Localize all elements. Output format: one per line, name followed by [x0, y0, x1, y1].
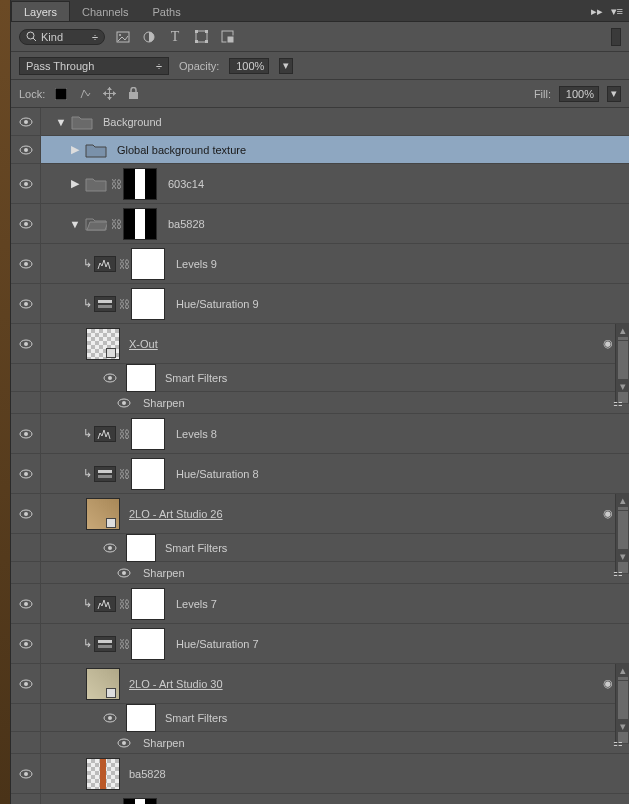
layer-row-levels9[interactable]: ↳ ⛓ Levels 9: [11, 244, 629, 284]
layer-row-levels7[interactable]: ↳ ⛓ Levels 7: [11, 584, 629, 624]
layer-name[interactable]: Levels 8: [176, 428, 217, 440]
layer-name[interactable]: Hue/Saturation 9: [176, 298, 259, 310]
opacity-value[interactable]: 100%: [229, 58, 269, 74]
lock-all-icon[interactable]: [125, 86, 141, 102]
collapse-icon[interactable]: ▸▸: [591, 5, 603, 18]
layer-name[interactable]: ba5828: [129, 768, 166, 780]
filter-adjustment-icon[interactable]: [141, 29, 157, 45]
layer-name[interactable]: ba5828: [168, 218, 205, 230]
layer-row-smartfilters-xout[interactable]: Smart Filters: [11, 364, 629, 392]
link-icon[interactable]: ⛓: [119, 258, 129, 270]
layer-row-global-texture[interactable]: ▶ Global background texture: [11, 136, 629, 164]
layer-row-xout[interactable]: X-Out ◉▴ ▴: [11, 324, 629, 364]
visibility-icon[interactable]: [19, 509, 33, 519]
link-icon[interactable]: ⛓: [111, 218, 121, 230]
filter-mask-thumbnail[interactable]: [126, 704, 156, 732]
filter-mask-thumbnail[interactable]: [126, 364, 156, 392]
filter-shape-icon[interactable]: [193, 29, 209, 45]
visibility-icon[interactable]: [117, 568, 131, 578]
layer-mask[interactable]: [131, 588, 165, 620]
layer-mask[interactable]: [131, 248, 165, 280]
disclosure-triangle[interactable]: ▶: [69, 177, 81, 190]
layer-row-ba5828-group[interactable]: ▼ ⛓ ba5828: [11, 204, 629, 244]
filter-name[interactable]: Sharpen: [143, 567, 185, 579]
lock-pixels-icon[interactable]: [77, 86, 93, 102]
layer-thumbnail[interactable]: [86, 498, 120, 530]
visibility-icon[interactable]: [19, 679, 33, 689]
layer-name[interactable]: Hue/Saturation 7: [176, 638, 259, 650]
tab-layers[interactable]: Layers: [11, 1, 70, 21]
link-icon[interactable]: ⛓: [111, 178, 121, 190]
layer-mask[interactable]: [131, 458, 165, 490]
layer-row-c57f2b[interactable]: ▶ ⛓ c57f2b: [11, 794, 629, 804]
visibility-icon[interactable]: [19, 469, 33, 479]
fx-visibility-icon[interactable]: ◉: [603, 337, 613, 350]
layer-name[interactable]: 2LO - Art Studio 26: [129, 508, 223, 520]
layer-name[interactable]: X-Out: [129, 338, 158, 350]
tab-channels[interactable]: Channels: [70, 2, 140, 21]
visibility-icon[interactable]: [19, 599, 33, 609]
link-icon[interactable]: ⛓: [119, 598, 129, 610]
layer-name[interactable]: Global background texture: [117, 144, 246, 156]
link-icon[interactable]: ⛓: [119, 428, 129, 440]
visibility-icon[interactable]: [19, 639, 33, 649]
layer-name[interactable]: Background: [103, 116, 162, 128]
layer-name[interactable]: Levels 7: [176, 598, 217, 610]
link-icon[interactable]: ⛓: [119, 298, 129, 310]
tab-paths[interactable]: Paths: [141, 2, 193, 21]
visibility-icon[interactable]: [19, 429, 33, 439]
visibility-icon[interactable]: [19, 117, 33, 127]
layer-thumbnail[interactable]: [86, 758, 120, 790]
layer-row-hs7[interactable]: ↳ ⛓ Hue/Saturation 7: [11, 624, 629, 664]
disclosure-triangle[interactable]: ▼: [55, 116, 67, 128]
visibility-icon[interactable]: [19, 219, 33, 229]
fx-visibility-icon[interactable]: ◉: [603, 507, 613, 520]
lock-position-icon[interactable]: [101, 86, 117, 102]
fill-value[interactable]: 100%: [559, 86, 599, 102]
layer-thumbnail[interactable]: [86, 328, 120, 360]
filter-name[interactable]: Sharpen: [143, 397, 185, 409]
layer-row-hs9[interactable]: ↳ ⛓ Hue/Saturation 9: [11, 284, 629, 324]
layer-mask[interactable]: [131, 418, 165, 450]
layer-row-sharpen-xout[interactable]: Sharpen ⚏ ▾: [11, 392, 629, 414]
filter-blend-options-icon[interactable]: ⚏: [613, 396, 623, 409]
link-icon[interactable]: ⛓: [119, 468, 129, 480]
layer-name[interactable]: 603c14: [168, 178, 204, 190]
layer-row-art30[interactable]: 2LO - Art Studio 30 ◉▴ ▴: [11, 664, 629, 704]
filter-name[interactable]: Sharpen: [143, 737, 185, 749]
visibility-icon[interactable]: [19, 339, 33, 349]
layer-mask[interactable]: [123, 208, 157, 240]
disclosure-triangle[interactable]: ▼: [69, 218, 81, 230]
layer-thumbnail[interactable]: [86, 668, 120, 700]
layer-row-levels8[interactable]: ↳ ⛓ Levels 8: [11, 414, 629, 454]
layers-list[interactable]: ▼ Background ▶ Global background texture…: [11, 108, 629, 804]
opacity-slider-btn[interactable]: ▾: [279, 58, 293, 74]
layer-name[interactable]: Levels 9: [176, 258, 217, 270]
fx-visibility-icon[interactable]: ◉: [603, 677, 613, 690]
blend-mode-select[interactable]: Pass Through÷: [19, 57, 169, 75]
visibility-icon[interactable]: [117, 398, 131, 408]
layer-row-background-group[interactable]: ▼ Background: [11, 108, 629, 136]
filter-mask-thumbnail[interactable]: [126, 534, 156, 562]
visibility-icon[interactable]: [103, 543, 117, 553]
visibility-icon[interactable]: [19, 299, 33, 309]
filter-type-icon[interactable]: T: [167, 29, 183, 45]
fill-slider-btn[interactable]: ▾: [607, 86, 621, 102]
filter-smartobject-icon[interactable]: [219, 29, 235, 45]
visibility-icon[interactable]: [117, 738, 131, 748]
filter-toggle-switch[interactable]: [611, 28, 621, 46]
visibility-icon[interactable]: [19, 145, 33, 155]
filter-pixel-icon[interactable]: [115, 29, 131, 45]
disclosure-triangle[interactable]: ▶: [69, 143, 81, 156]
visibility-icon[interactable]: [19, 179, 33, 189]
layer-row-603c14[interactable]: ▶ ⛓ 603c14: [11, 164, 629, 204]
layer-row-ba5828-layer[interactable]: ba5828: [11, 754, 629, 794]
lock-transparency-icon[interactable]: [53, 86, 69, 102]
layer-mask[interactable]: [131, 628, 165, 660]
filter-blend-options-icon[interactable]: ⚏: [613, 736, 623, 749]
visibility-icon[interactable]: [103, 713, 117, 723]
layer-mask[interactable]: [123, 798, 157, 805]
filter-blend-options-icon[interactable]: ⚏: [613, 566, 623, 579]
visibility-icon[interactable]: [19, 769, 33, 779]
layer-row-hs8[interactable]: ↳ ⛓ Hue/Saturation 8: [11, 454, 629, 494]
